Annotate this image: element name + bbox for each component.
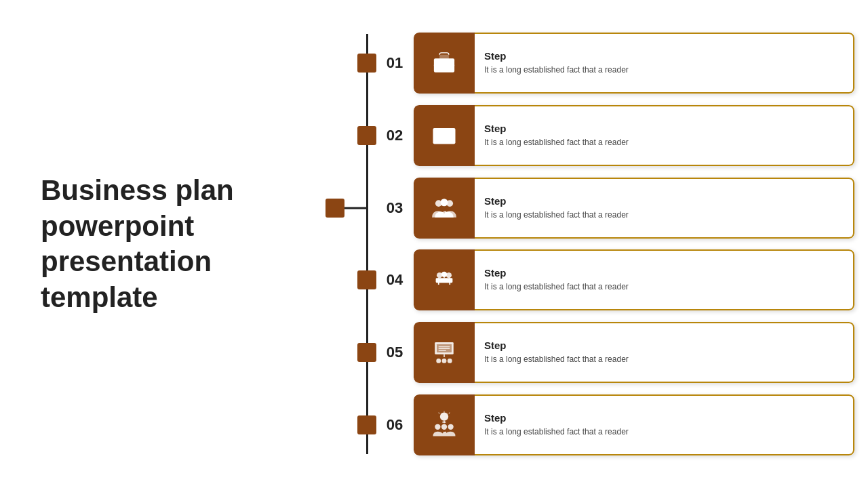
step-number: 02 [381, 127, 408, 144]
svg-point-13 [446, 272, 452, 278]
page-title: Business plan powerpoint presentation te… [41, 173, 326, 315]
svg-line-33 [439, 412, 439, 413]
svg-rect-4 [433, 128, 456, 144]
step-card: Step It is a long established fact that … [414, 394, 854, 455]
svg-rect-1 [439, 55, 449, 60]
step-title: Step [484, 267, 844, 279]
step-row: 06 [326, 391, 868, 459]
svg-line-34 [449, 412, 450, 413]
step-icon-box [414, 249, 475, 310]
right-section: 01 Ste [326, 0, 868, 488]
svg-rect-3 [442, 64, 446, 68]
steps-column: 01 Ste [326, 14, 868, 474]
step-card: Step It is a long established fact that … [414, 105, 854, 166]
step-icon-box [414, 178, 475, 239]
step-row: 03 Ste [326, 174, 868, 242]
step-title: Step [484, 195, 844, 207]
step-text-box: Step It is a long established fact that … [475, 178, 854, 239]
timeline-dot [357, 415, 376, 434]
svg-point-21 [436, 359, 441, 363]
svg-point-22 [442, 359, 447, 363]
svg-point-31 [441, 424, 447, 429]
step-number: 05 [381, 344, 408, 361]
svg-point-32 [448, 424, 454, 429]
step-icon-box [414, 33, 475, 94]
step-text-box: Step It is a long established fact that … [475, 33, 854, 94]
step-desc: It is a long established fact that a rea… [484, 354, 844, 365]
timeline-dot [357, 270, 376, 289]
h-connector [344, 207, 368, 209]
step-icon-box [414, 105, 475, 166]
step-text-box: Step It is a long established fact that … [475, 394, 854, 455]
timeline-wrapper: 01 Ste [326, 14, 868, 474]
step-icon-box [414, 394, 475, 455]
svg-point-12 [437, 272, 442, 278]
timeline-dot [357, 54, 376, 73]
svg-rect-6 [445, 133, 452, 134]
meeting-icon [429, 265, 459, 295]
step-title: Step [484, 340, 844, 351]
page-container: Business plan powerpoint presentation te… [0, 0, 868, 488]
step-row: 01 Ste [326, 29, 868, 97]
svg-point-16 [441, 272, 447, 277]
timeline-dot [357, 126, 376, 145]
svg-point-10 [441, 199, 448, 206]
svg-point-30 [435, 424, 440, 429]
step-desc: It is a long established fact that a rea… [484, 209, 844, 221]
badge-icon [429, 121, 459, 150]
briefcase-icon [429, 48, 459, 78]
step-desc: It is a long established fact that a rea… [484, 64, 844, 76]
step-text-box: Step It is a long established fact that … [475, 322, 854, 383]
step-icon-box [414, 322, 475, 383]
timeline-dot [357, 343, 376, 362]
step-number: 01 [381, 54, 408, 72]
step-desc: It is a long established fact that a rea… [484, 281, 844, 293]
step-card: Step It is a long established fact that … [414, 322, 854, 383]
idea-team-icon [429, 410, 459, 440]
step-card: Step It is a long established fact that … [414, 178, 854, 239]
step-row: 04 [326, 246, 868, 314]
presentation-icon [429, 338, 459, 367]
step-row: 05 [326, 319, 868, 386]
step-card: Step It is a long established fact that … [414, 33, 854, 94]
svg-point-23 [448, 359, 452, 363]
svg-rect-7 [445, 136, 450, 137]
team-icon [429, 193, 459, 223]
step-desc: It is a long established fact that a rea… [484, 426, 844, 438]
step-row: 02 Step I [326, 102, 868, 169]
svg-rect-19 [437, 344, 452, 352]
step-desc: It is a long established fact that a rea… [484, 137, 844, 148]
svg-point-27 [440, 412, 448, 420]
step-number: 04 [381, 271, 408, 289]
timeline-dot [326, 199, 344, 218]
left-section: Business plan powerpoint presentation te… [0, 173, 326, 315]
step-title: Step [484, 123, 844, 134]
step-card: Step It is a long established fact that … [414, 249, 854, 310]
step-text-box: Step It is a long established fact that … [475, 105, 854, 166]
step-title: Step [484, 50, 844, 62]
step-number: 06 [381, 416, 408, 434]
step-number: 03 [381, 199, 408, 217]
svg-rect-5 [437, 131, 443, 138]
step-text-box: Step It is a long established fact that … [475, 249, 854, 310]
step-title: Step [484, 412, 844, 424]
